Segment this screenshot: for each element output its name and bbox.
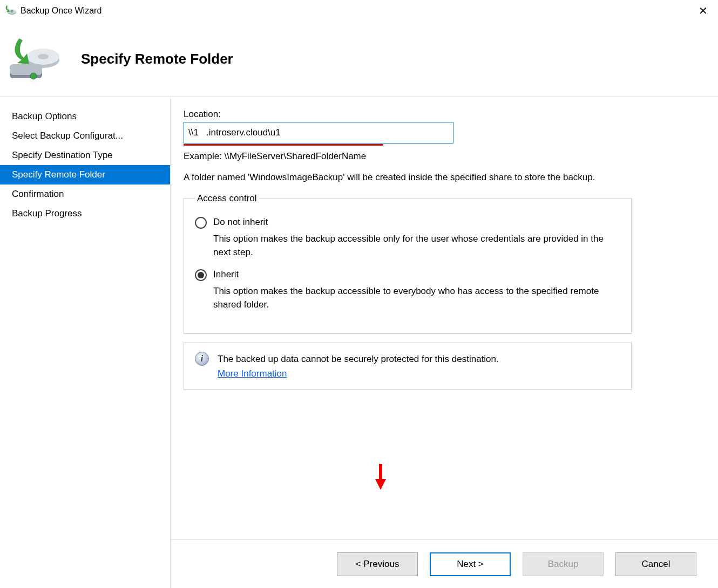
wizard-icon xyxy=(5,30,65,89)
next-button[interactable]: Next > xyxy=(430,552,511,576)
radio-label: Do not inherit xyxy=(213,217,268,228)
app-icon xyxy=(4,4,17,17)
svg-rect-7 xyxy=(10,64,42,75)
location-input[interactable] xyxy=(184,122,453,143)
step-backup-options[interactable]: Backup Options xyxy=(0,107,170,126)
step-backup-progress[interactable]: Backup Progress xyxy=(0,204,170,223)
step-select-backup-configuration[interactable]: Select Backup Configurat... xyxy=(0,126,170,146)
wizard-header: Specify Remote Folder xyxy=(0,22,718,97)
annotation-underline xyxy=(184,144,383,146)
wizard-steps-sidebar: Backup Options Select Backup Configurat.… xyxy=(0,97,171,588)
close-icon[interactable]: ✕ xyxy=(692,0,714,22)
annotation-arrow xyxy=(379,464,382,481)
radio-do-not-inherit[interactable]: Do not inherit xyxy=(195,216,620,229)
step-specify-destination-type[interactable]: Specify Destination Type xyxy=(0,146,170,165)
radio-inherit-desc: This option makes the backup accessible … xyxy=(213,284,620,312)
radio-inherit[interactable]: Inherit xyxy=(195,268,620,281)
wizard-footer: < Previous Next > Backup Cancel xyxy=(171,539,718,588)
step-confirmation[interactable]: Confirmation xyxy=(0,184,170,204)
radio-icon xyxy=(195,269,207,281)
cancel-button[interactable]: Cancel xyxy=(615,552,696,576)
page-title: Specify Remote Folder xyxy=(81,51,233,67)
example-text: Example: \\MyFileServer\SharedFolderName xyxy=(184,151,705,162)
previous-button[interactable]: < Previous xyxy=(337,552,418,576)
folder-description: A folder named 'WindowsImageBackup' will… xyxy=(184,170,621,184)
info-panel: i The backed up data cannot be securely … xyxy=(184,343,632,390)
info-text: The backed up data cannot be securely pr… xyxy=(218,352,499,366)
window-title: Backup Once Wizard xyxy=(21,6,101,16)
more-information-link[interactable]: More Information xyxy=(218,368,287,379)
svg-point-5 xyxy=(38,54,49,59)
step-specify-remote-folder[interactable]: Specify Remote Folder xyxy=(0,165,170,184)
titlebar: Backup Once Wizard ✕ xyxy=(0,0,718,22)
radio-do-not-inherit-desc: This option makes the backup accessible … xyxy=(213,232,620,259)
svg-point-2 xyxy=(11,10,13,13)
radio-label: Inherit xyxy=(213,269,239,280)
svg-point-8 xyxy=(30,73,37,79)
location-label: Location: xyxy=(184,109,705,120)
backup-button: Backup xyxy=(523,552,604,576)
access-control-legend: Access control xyxy=(195,193,259,204)
access-control-group: Access control Do not inherit This optio… xyxy=(184,193,632,334)
info-icon: i xyxy=(195,352,209,366)
radio-icon xyxy=(195,217,207,229)
